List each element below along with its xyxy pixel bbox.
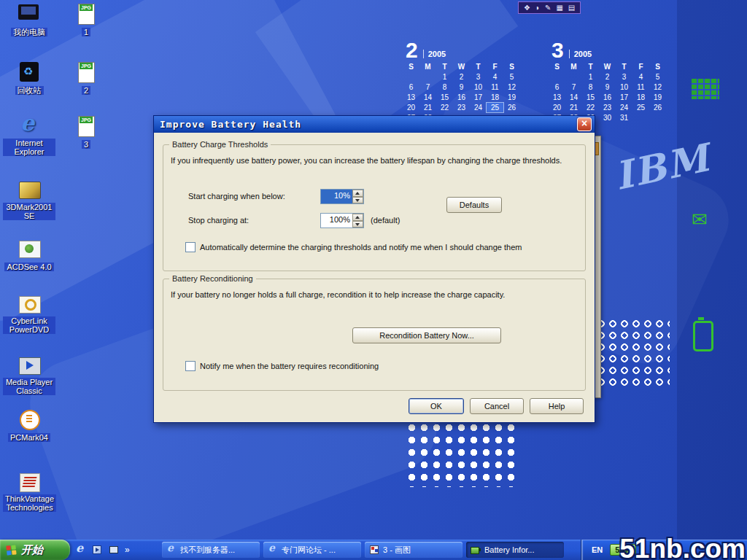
task-server-not-found[interactable]: 找不到服务器... xyxy=(162,542,260,558)
calendar-day-header: T xyxy=(616,62,632,71)
calendar-day-header: S xyxy=(503,62,520,71)
calendar-day: 26 xyxy=(649,103,666,112)
keyboard-icon[interactable]: ▦ xyxy=(556,4,562,12)
quicklaunch-show-desktop-icon[interactable] xyxy=(108,544,120,556)
desktop-widget-toolbar[interactable]: ❖◗✎▦▤ xyxy=(518,1,581,14)
desktop-icon-label: 1 xyxy=(82,28,90,36)
calendar-day: 9 xyxy=(453,82,470,92)
start-charging-value[interactable]: 10% xyxy=(321,190,352,203)
desktop-icon-jpg-file-1[interactable]: 1 xyxy=(60,3,112,38)
calendar-day: 19 xyxy=(649,93,666,102)
calendar-day: 12 xyxy=(503,82,520,92)
close-icon[interactable] xyxy=(577,117,592,131)
stop-charging-value[interactable]: 100% xyxy=(321,214,352,228)
spin-down-icon[interactable] xyxy=(352,221,363,228)
default-note: (default) xyxy=(371,216,400,225)
calendar-day: 18 xyxy=(632,93,649,102)
calendar-day: 30 xyxy=(599,113,616,122)
task-forum[interactable]: 专门网论坛 - ... xyxy=(263,542,361,558)
calendar-day: 18 xyxy=(487,93,503,102)
quicklaunch-internet-explorer-icon[interactable] xyxy=(74,544,86,556)
calendar-day: 6 xyxy=(403,82,419,92)
desktop-icon-label: 回收站 xyxy=(15,86,44,95)
calendar-day: 8 xyxy=(436,82,453,92)
calendar-day: 26 xyxy=(503,103,520,112)
notes-icon[interactable]: ▤ xyxy=(568,4,575,12)
dialog-body: Battery Charge Thresholds If you infrequ… xyxy=(154,133,595,422)
defaults-button[interactable]: Defaults xyxy=(446,197,502,213)
3dmark2001-se-icon xyxy=(17,179,42,201)
stop-charging-label: Stop charging at: xyxy=(188,216,249,225)
language-indicator[interactable]: EN xyxy=(592,545,603,554)
calendar-day: 11 xyxy=(632,82,649,92)
recycle-bin-icon xyxy=(17,61,42,83)
calendar-day: 20 xyxy=(403,103,419,112)
spin-up-icon[interactable] xyxy=(352,214,363,221)
task-button-label: 专门网论坛 - ... xyxy=(282,545,336,556)
calendar-day: 14 xyxy=(419,93,436,102)
notify-reconditioning-checkbox[interactable]: Notify me when the battery requires reco… xyxy=(185,361,379,371)
start-button[interactable]: 开始 xyxy=(0,540,70,560)
cancel-button[interactable]: Cancel xyxy=(470,398,524,414)
calendar-day-header: F xyxy=(632,62,649,71)
desktop: IBM ✉ ❖◗✎▦▤ 我的电脑回收站Internet Explorer3DMa… xyxy=(0,0,747,540)
calendar-day: 17 xyxy=(470,93,487,102)
task-battery-information[interactable]: Battery Infor... xyxy=(466,542,564,558)
mail-icon: ✉ xyxy=(692,209,708,231)
calendar-day xyxy=(565,72,582,82)
calendar-day: 17 xyxy=(616,93,632,102)
calendar-day-highlighted: 25 xyxy=(487,103,503,112)
desktop-icon-recycle-bin[interactable]: 回收站 xyxy=(3,61,55,96)
battery-art-icon xyxy=(693,321,713,351)
quicklaunch-media-player-icon[interactable] xyxy=(91,544,103,556)
desktop-icon-internet-explorer[interactable]: Internet Explorer xyxy=(3,115,55,158)
calendar-february: 22005SMTWTFS1234567891011121314151617181… xyxy=(403,41,520,122)
desktop-icon-acdsee-4-0[interactable]: ACDSee 4.0 xyxy=(3,238,55,273)
desktop-icon-label: 3 xyxy=(82,140,90,149)
checkbox-icon[interactable] xyxy=(185,361,196,371)
stop-charging-spinner[interactable]: 100% xyxy=(320,213,364,228)
acdsee-4-0-icon xyxy=(17,238,42,260)
calendar-day: 21 xyxy=(419,103,436,112)
calendar-day: 3 xyxy=(470,72,487,82)
calendar-day: 11 xyxy=(487,82,503,92)
task-paint[interactable]: 3 - 画图 xyxy=(365,542,462,558)
auto-determine-checkbox[interactable]: Automatically determine the charging thr… xyxy=(185,242,522,252)
calendar-day: 2 xyxy=(453,72,470,82)
calendar-year: 2005 xyxy=(569,50,592,58)
spin-down-icon[interactable] xyxy=(352,197,363,204)
dialog-titlebar[interactable]: Improve Battery Health xyxy=(154,116,595,133)
media-player-classic-icon xyxy=(17,354,42,376)
pen-icon[interactable]: ✎ xyxy=(545,4,551,12)
jpg-file-icon xyxy=(74,3,98,25)
desktop-icon-media-player-classic[interactable]: Media Player Classic xyxy=(3,354,55,397)
desktop-icon-label: CyberLink PowerDVD xyxy=(3,316,55,334)
plug-icon[interactable]: ❖ xyxy=(524,4,530,12)
battery-reconditioning-group: Battery Reconditioning If your battery n… xyxy=(163,279,586,391)
desktop-icon-3dmark2001-se[interactable]: 3DMark2001 SE xyxy=(3,179,55,222)
ok-button[interactable]: OK xyxy=(409,398,464,414)
checkbox-icon[interactable] xyxy=(185,242,196,252)
spin-up-icon[interactable] xyxy=(352,190,363,197)
desktop-icon-thinkvantage-technologies[interactable]: ThinkVantage Technologies xyxy=(3,471,55,513)
desktop-icon-cyberlink-powerdvd[interactable]: CyberLink PowerDVD xyxy=(3,293,55,335)
desktop-icon-pcmark04[interactable]: PCMark04 xyxy=(3,408,55,443)
ie-icon xyxy=(166,545,177,555)
help-button[interactable]: Help xyxy=(530,398,584,414)
desktop-icon-jpg-file-2[interactable]: 2 xyxy=(60,61,112,96)
cyberlink-powerdvd-icon xyxy=(17,293,42,315)
desktop-icon-jpg-file-3[interactable]: 3 xyxy=(60,115,112,150)
calendar-day: 9 xyxy=(599,82,616,92)
calendar-day: 4 xyxy=(487,72,503,82)
chevron-overflow-icon[interactable]: » xyxy=(125,540,130,560)
calendar-day xyxy=(403,72,419,82)
desktop-icon-my-computer[interactable]: 我的电脑 xyxy=(3,3,55,38)
calendar-day: 8 xyxy=(582,82,599,92)
jpg-file-icon xyxy=(74,115,98,137)
calendar-day-header: T xyxy=(436,62,453,71)
recondition-battery-button[interactable]: Recondition Battery Now... xyxy=(352,327,501,343)
start-charging-spinner[interactable]: 10% xyxy=(320,189,364,204)
pcmark04-icon xyxy=(17,408,42,430)
calendar-day: 4 xyxy=(632,72,649,82)
mouse-icon[interactable]: ◗ xyxy=(535,4,540,12)
